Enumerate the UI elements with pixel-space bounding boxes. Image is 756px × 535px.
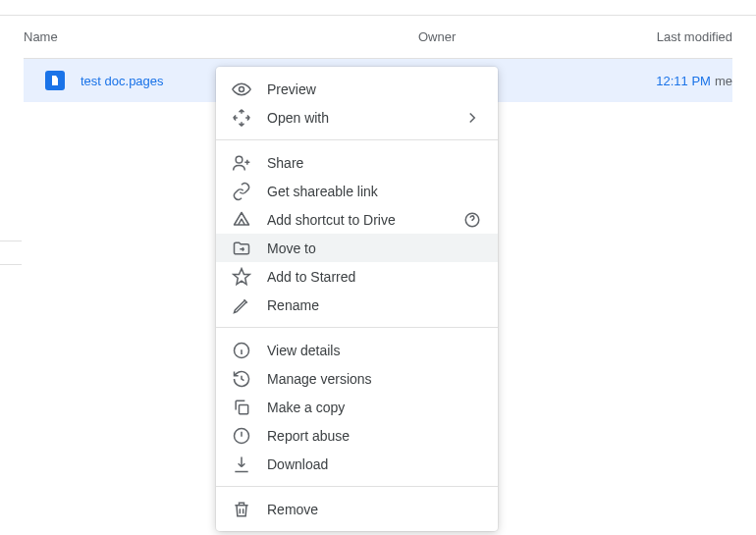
top-divider [0, 0, 756, 16]
menu-share[interactable]: Share [216, 148, 498, 177]
menu-label: Move to [267, 241, 482, 256]
menu-label: Get shareable link [267, 184, 482, 199]
header-modified[interactable]: Last modified [595, 29, 732, 44]
chevron-right-icon [462, 108, 482, 128]
menu-preview[interactable]: Preview [216, 75, 498, 103]
menu-label: Add to Starred [267, 269, 482, 285]
menu-report-abuse[interactable]: Report abuse [216, 421, 498, 450]
menu-label: Make a copy [267, 400, 482, 415]
modified-by: me [715, 74, 732, 88]
folder-move-icon [232, 239, 251, 258]
pencil-icon [232, 295, 251, 315]
menu-download[interactable]: Download [216, 450, 498, 478]
menu-move-to[interactable]: Move to [216, 234, 498, 262]
menu-view-details[interactable]: View details [216, 336, 498, 364]
svg-rect-4 [240, 404, 248, 413]
menu-label: View details [267, 343, 482, 358]
menu-label: Open with [267, 110, 462, 126]
menu-label: Manage versions [267, 371, 482, 387]
menu-label: Download [267, 456, 482, 472]
menu-label: Add shortcut to Drive [267, 212, 462, 228]
menu-add-starred[interactable]: Add to Starred [216, 262, 498, 291]
menu-remove[interactable]: Remove [216, 495, 498, 523]
menu-label: Report abuse [267, 428, 482, 444]
menu-divider [216, 486, 498, 487]
menu-label: Rename [267, 297, 482, 313]
info-icon [232, 341, 251, 360]
link-icon [232, 182, 251, 201]
menu-label: Preview [267, 81, 482, 97]
menu-divider [216, 139, 498, 140]
star-icon [232, 267, 251, 287]
modified-time: 12:11 PM [656, 74, 711, 88]
report-icon [232, 426, 251, 446]
menu-rename[interactable]: Rename [216, 291, 498, 319]
context-menu: Preview Open with Share Get shareable li… [216, 67, 498, 531]
menu-label: Remove [267, 502, 482, 517]
header-name[interactable]: Name [24, 29, 418, 44]
trash-icon [232, 500, 251, 519]
download-icon [232, 455, 251, 474]
menu-get-link[interactable]: Get shareable link [216, 177, 498, 205]
history-icon [232, 369, 251, 389]
file-type-icon [45, 71, 65, 90]
file-name: test doc.pages [81, 74, 164, 88]
menu-open-with[interactable]: Open with [216, 103, 498, 132]
menu-label: Share [267, 155, 482, 171]
open-with-icon [232, 108, 251, 128]
menu-make-copy[interactable]: Make a copy [216, 393, 498, 421]
menu-divider [216, 327, 498, 328]
person-add-icon [232, 153, 251, 173]
table-header: Name Owner Last modified [24, 16, 732, 59]
help-icon[interactable] [462, 210, 482, 230]
svg-point-0 [240, 86, 244, 91]
file-modified: 12:11 PMme [595, 74, 732, 88]
menu-manage-versions[interactable]: Manage versions [216, 364, 498, 393]
sidebar-stub [0, 228, 22, 275]
eye-icon [232, 80, 251, 99]
header-owner[interactable]: Owner [418, 29, 595, 44]
menu-add-shortcut[interactable]: Add shortcut to Drive [216, 205, 498, 234]
drive-shortcut-icon [232, 210, 251, 230]
svg-point-1 [236, 156, 243, 163]
copy-icon [232, 398, 251, 417]
